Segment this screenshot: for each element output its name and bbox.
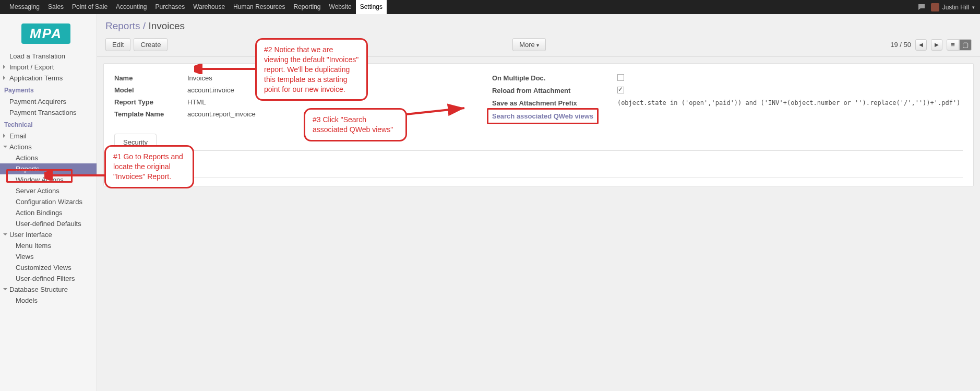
field-label-multiple-doc: On Multiple Doc. <box>492 74 617 82</box>
field-label-report-type: Report Type <box>114 98 187 106</box>
sidebar-item-user-interface[interactable]: User Interface <box>0 229 97 240</box>
topnav-item-sales[interactable]: Sales <box>44 0 68 14</box>
sidebar-item-reports[interactable]: Reports <box>0 163 97 174</box>
breadcrumb: Reports / Invoices <box>105 20 185 31</box>
sidebar-item-server-actions[interactable]: Server Actions <box>0 185 97 196</box>
create-button[interactable]: Create <box>134 38 168 51</box>
caret-icon <box>3 233 7 235</box>
caret-icon <box>3 65 5 69</box>
checkbox-reload <box>617 87 624 93</box>
annotation-1: #1 Go to Reports and locate the original… <box>104 145 194 188</box>
sidebar-item-import-export[interactable]: Import / Export <box>0 62 97 73</box>
caret-icon <box>3 288 7 290</box>
sidebar-item-menu-items[interactable]: Menu Items <box>0 240 97 251</box>
field-label-reload: Reload from Attachment <box>492 87 617 94</box>
sidebar-item-email[interactable]: Email <box>0 131 97 141</box>
caret-icon <box>3 76 5 80</box>
topnav-item-reporting[interactable]: Reporting <box>289 0 325 14</box>
field-value-prefix: (object.state in ('open','paid')) and ('… <box>617 99 963 106</box>
search-qweb-views-link[interactable]: Search associated QWeb views <box>492 109 593 123</box>
breadcrumb-current: Invoices <box>148 20 185 31</box>
top-nav-right: Justin Hill ▾ <box>917 3 975 11</box>
more-button[interactable]: More <box>512 38 545 51</box>
main-content: Reports / Invoices Edit Create More 19 /… <box>97 14 980 391</box>
breadcrumb-parent[interactable]: Reports <box>105 20 140 31</box>
sidebar-item-configuration-wizards[interactable]: Configuration Wizards <box>0 196 97 207</box>
field-label-model: Model <box>114 86 187 94</box>
top-nav-left: MessagingSalesPoint of SaleAccountingPur… <box>5 0 387 14</box>
sidebar-item-database-structure[interactable]: Database Structure <box>0 284 97 295</box>
sidebar-item-window-actions[interactable]: Window Actions <box>0 174 97 185</box>
caret-icon <box>3 134 5 138</box>
field-label-prefix: Save as Attachment Prefix <box>492 99 617 107</box>
sidebar-item-user-defined-filters[interactable]: User-defined Filters <box>0 273 97 284</box>
topnav-item-website[interactable]: Website <box>325 0 356 14</box>
sidebar-item-load-a-translation[interactable]: Load a Translation <box>0 51 97 62</box>
topnav-item-point-of-sale[interactable]: Point of Sale <box>68 0 112 14</box>
caret-icon <box>3 146 7 148</box>
sidebar-item-actions[interactable]: Actions <box>0 141 97 152</box>
sidebar-item-user-defined-defaults[interactable]: User-defined Defaults <box>0 218 97 229</box>
sidebar-item-payment-transactions[interactable]: Payment Transactions <box>0 107 97 118</box>
avatar <box>931 3 939 11</box>
sidebar-item-application-terms[interactable]: Application Terms <box>0 73 97 84</box>
chat-icon[interactable] <box>917 3 926 11</box>
annotation-2: #2 Notice that we are viewing the defaul… <box>255 38 368 101</box>
top-navbar: MessagingSalesPoint of SaleAccountingPur… <box>0 0 980 14</box>
topnav-item-accounting[interactable]: Accounting <box>112 0 151 14</box>
edit-button[interactable]: Edit <box>105 38 130 51</box>
sidebar-item-action-bindings[interactable]: Action Bindings <box>0 207 97 218</box>
logo: MPA <box>0 14 97 51</box>
topnav-item-purchases[interactable]: Purchases <box>151 0 189 14</box>
checkbox-multiple-doc <box>617 74 624 81</box>
field-label-template: Template Name <box>114 110 187 118</box>
sidebar-item-models[interactable]: Models <box>0 295 97 306</box>
topnav-item-messaging[interactable]: Messaging <box>5 0 44 14</box>
sidebar-heading-payments: Payments <box>0 84 97 96</box>
user-menu[interactable]: Justin Hill ▾ <box>931 3 975 11</box>
user-name-label: Justin Hill <box>942 4 969 11</box>
pager-next-button[interactable]: ► <box>931 39 942 51</box>
topnav-item-human-resources[interactable]: Human Resources <box>229 0 289 14</box>
sidebar-heading-technical: Technical <box>0 118 97 131</box>
form-sheet: NameInvoices Modelaccount.invoice Report… <box>103 63 974 186</box>
sidebar-item-actions[interactable]: Actions <box>0 152 97 163</box>
field-label-name: Name <box>114 74 187 82</box>
annotation-3: #3 Click "Search associated QWeb views" <box>304 108 407 141</box>
pager-prev-button[interactable]: ◄ <box>915 39 927 51</box>
topnav-item-settings[interactable]: Settings <box>356 0 387 14</box>
chevron-down-icon: ▾ <box>972 5 975 10</box>
pager-label: 19 / 50 <box>890 41 911 49</box>
list-view-button[interactable]: ≡ <box>947 39 959 51</box>
topnav-item-warehouse[interactable]: Warehouse <box>189 0 229 14</box>
sidebar-item-customized-views[interactable]: Customized Views <box>0 262 97 273</box>
form-view-button[interactable]: ▢ <box>959 39 972 51</box>
sidebar-item-views[interactable]: Views <box>0 251 97 262</box>
sidebar: MPA Load a TranslationImport / ExportApp… <box>0 14 97 391</box>
sidebar-item-payment-acquirers[interactable]: Payment Acquirers <box>0 96 97 107</box>
